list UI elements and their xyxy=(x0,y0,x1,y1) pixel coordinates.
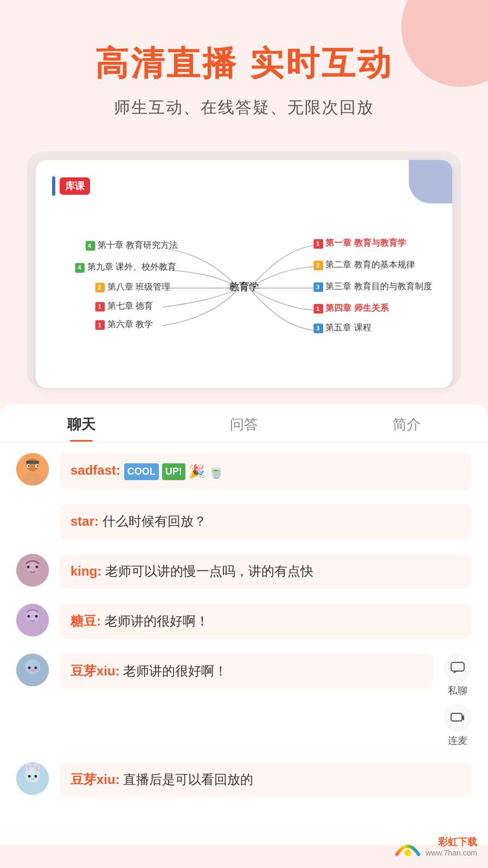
msg-douya2-content: 直播后是可以看回放的 xyxy=(123,772,253,787)
msg-tangdou-content: 老师讲的很好啊！ xyxy=(105,614,209,628)
svg-text:第七章 德育: 第七章 德育 xyxy=(107,301,153,310)
chat-list: sadfast: COOL UP! 🎉 🍵 star: 什么时候有回放？ xyxy=(0,442,488,823)
svg-point-43 xyxy=(36,566,38,569)
avatar-sadfast xyxy=(16,453,49,486)
svg-rect-56 xyxy=(451,713,462,721)
svg-text:4: 4 xyxy=(78,265,81,271)
svg-point-63 xyxy=(28,775,31,778)
svg-point-37 xyxy=(28,465,30,467)
username-sadfast: sadfast: xyxy=(70,463,124,477)
chat-bubble-king: king: 老师可以讲的慢一点吗，讲的有点快 xyxy=(60,554,472,589)
chat-bubble-douya1: 豆芽xiu: 老师讲的很好啊！ xyxy=(60,654,433,688)
chat-bubble-sadfast: sadfast: COOL UP! 🎉 🍵 xyxy=(60,453,472,489)
mindmap-card: 库课 教育学 4 xyxy=(36,160,452,388)
logo-bar-icon xyxy=(52,176,55,196)
svg-point-66 xyxy=(404,850,411,856)
svg-point-64 xyxy=(35,775,37,778)
chat-bubble-star: star: 什么时候有回放？ xyxy=(60,504,472,539)
main-title: 高清直播 实时互动 xyxy=(0,43,488,84)
chat-item-king: king: 老师可以讲的慢一点吗，讲的有点快 xyxy=(16,554,472,589)
chat-bubble-tangdou: 糖豆: 老师讲的很好啊！ xyxy=(60,604,472,639)
sub-title: 师生互动、在线答疑、无限次回放 xyxy=(0,97,488,119)
chat-item-douya2: 豆芽xiu: 直播后是可以看回放的 xyxy=(16,762,472,797)
badge-up: UP! xyxy=(162,463,185,480)
tab-chat[interactable]: 聊天 xyxy=(67,415,95,442)
chat-item-douya1: 豆芽xiu: 老师讲的很好啊！ 私聊 xyxy=(16,654,472,747)
svg-text:第一章 教育与教育学: 第一章 教育与教育学 xyxy=(325,238,406,248)
svg-point-65 xyxy=(31,778,34,780)
emoji-party: 🎉 xyxy=(189,462,205,481)
chat-item-tangdou: 糖豆: 老师讲的很好啊！ xyxy=(16,604,472,639)
chat-section: 聊天 问答 简介 xyxy=(0,404,488,845)
emoji-tea: 🍵 xyxy=(208,462,224,481)
avatar-king xyxy=(16,554,49,586)
connect-mic-button[interactable]: 连麦 xyxy=(444,704,472,747)
watermark-text-block: 彩虹下载 www.7han.com xyxy=(426,835,477,857)
logo-badge: 库课 xyxy=(60,177,90,195)
svg-text:第六章 教学: 第六章 教学 xyxy=(107,320,153,329)
avatar-king-img xyxy=(16,554,49,586)
mindmap-card-wrapper: 库课 教育学 4 xyxy=(27,151,461,388)
tab-qa[interactable]: 问答 xyxy=(230,415,258,442)
svg-point-53 xyxy=(35,667,37,669)
msg-douya1-content: 老师讲的很好啊！ xyxy=(123,663,227,678)
avatar-sadfast-img xyxy=(16,453,49,486)
mindmap-card-shadow: 库课 教育学 4 xyxy=(27,151,461,388)
svg-text:4: 4 xyxy=(88,242,92,249)
connect-mic-label: 连麦 xyxy=(448,734,467,747)
avatar-douya2 xyxy=(16,762,49,795)
badge-cool: COOL xyxy=(124,463,159,480)
private-chat-icon[interactable] xyxy=(444,654,472,682)
svg-text:2: 2 xyxy=(98,284,101,291)
avatar-tangdou xyxy=(16,604,49,636)
svg-text:第八章 班级管理: 第八章 班级管理 xyxy=(107,282,170,291)
tabs-bar: 聊天 问答 简介 xyxy=(0,404,488,442)
rainbow-logo xyxy=(394,835,421,857)
private-chat-button[interactable]: 私聊 xyxy=(444,654,472,697)
svg-rect-55 xyxy=(451,662,464,671)
msg-star-content: 什么时候有回放？ xyxy=(102,514,207,528)
svg-text:第五章 课程: 第五章 课程 xyxy=(325,323,371,332)
svg-text:2: 2 xyxy=(316,262,319,269)
svg-point-54 xyxy=(30,669,35,672)
svg-text:第十章 教育研究方法: 第十章 教育研究方法 xyxy=(98,240,178,250)
svg-text:3: 3 xyxy=(316,284,319,290)
svg-point-61 xyxy=(27,764,30,771)
chat-bubble-douya2: 豆芽xiu: 直播后是可以看回放的 xyxy=(60,762,472,797)
watermark: 彩虹下载 www.7han.com xyxy=(394,835,477,857)
tab-intro[interactable]: 简介 xyxy=(393,415,421,442)
header-section: 高清直播 实时互动 师生互动、在线答疑、无限次回放 xyxy=(0,0,488,119)
username-douya1: 豆芽xiu: xyxy=(70,663,123,678)
connect-mic-icon[interactable] xyxy=(444,704,472,732)
svg-text:第四章 师生关系: 第四章 师生关系 xyxy=(325,303,389,312)
svg-text:3: 3 xyxy=(316,325,319,331)
card-logo: 库课 xyxy=(52,176,436,196)
avatar-douya2-img xyxy=(16,762,49,795)
svg-text:1: 1 xyxy=(98,303,101,310)
username-star: star: xyxy=(70,514,102,528)
svg-text:1: 1 xyxy=(98,322,101,328)
avatar-tangdou-img xyxy=(16,604,49,636)
username-king: king: xyxy=(70,564,105,578)
msg-king-content: 老师可以讲的慢一点吗，讲的有点快 xyxy=(105,564,313,578)
svg-point-38 xyxy=(37,465,38,467)
chat-item-star: star: 什么时候有回放？ xyxy=(16,504,472,539)
sadfast-emojis: COOL UP! 🎉 🍵 xyxy=(124,462,224,481)
svg-point-42 xyxy=(27,566,30,569)
svg-point-48 xyxy=(35,615,38,618)
private-chat-label: 私聊 xyxy=(448,684,467,697)
svg-point-62 xyxy=(35,764,38,771)
watermark-brand: 彩虹下载 xyxy=(426,835,477,848)
svg-text:1: 1 xyxy=(316,241,320,247)
svg-text:第三章 教育目的与教育制度: 第三章 教育目的与教育制度 xyxy=(325,282,432,291)
svg-point-52 xyxy=(28,667,31,669)
svg-text:第九章 课外、校外教育: 第九章 课外、校外教育 xyxy=(87,263,176,272)
mindmap-svg: 教育学 4 第十章 教育研究方法 4 xyxy=(52,207,436,369)
svg-text:1: 1 xyxy=(316,305,320,312)
username-douya2: 豆芽xiu: xyxy=(70,772,123,787)
username-tangdou: 糖豆: xyxy=(70,614,105,628)
svg-point-47 xyxy=(28,615,30,618)
avatar-douya1-img xyxy=(16,654,49,686)
card-corner-decor xyxy=(409,160,452,203)
svg-rect-34 xyxy=(26,461,39,464)
